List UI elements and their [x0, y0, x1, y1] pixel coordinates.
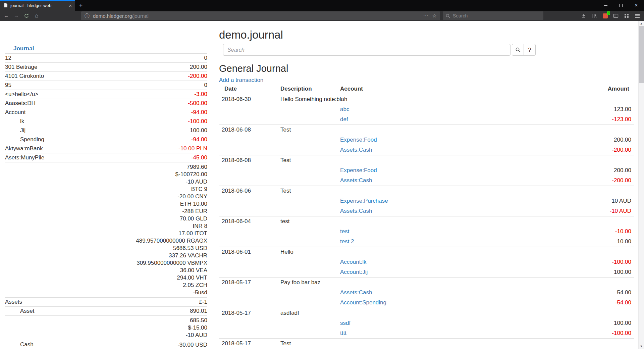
- bookmark-star-icon[interactable]: ☆: [432, 13, 437, 19]
- posting-account-link[interactable]: Expense:Food: [340, 167, 377, 173]
- sidebar-account-balance: -30.00 USD-117.00: [77, 340, 207, 349]
- window-close-button[interactable]: ×: [629, 0, 644, 11]
- sidebar-account-link[interactable]: 301 Beiträge: [5, 64, 37, 70]
- posting-account-link[interactable]: Account:Spending: [340, 299, 386, 306]
- downloads-button[interactable]: [579, 11, 588, 20]
- sidebar-account-link[interactable]: <u>hello</u>: [5, 91, 38, 97]
- sidebar-account-link[interactable]: Spending: [20, 136, 44, 143]
- back-button[interactable]: ←: [2, 11, 11, 20]
- sidebar-account-link[interactable]: Cash: [20, 341, 34, 348]
- sidebar-account-name: Assets: [5, 298, 77, 307]
- sidebar-account-link[interactable]: Asset: [20, 308, 35, 314]
- scrollbar-thumb[interactable]: [639, 26, 644, 83]
- posting-account-link[interactable]: abc: [340, 106, 349, 112]
- journal-nav-link[interactable]: Journal: [13, 45, 34, 52]
- posting-account-link[interactable]: ssdf: [340, 320, 351, 326]
- posting-account-link[interactable]: def: [340, 116, 348, 122]
- sidebar-accounts-body: 120301 Beiträge200.004101 Girokonto-200.…: [5, 54, 207, 349]
- search-help-button[interactable]: ?: [524, 44, 536, 56]
- search-submit-button[interactable]: [512, 44, 524, 56]
- site-info-icon[interactable]: ⓘ: [84, 13, 90, 19]
- posting-account-link[interactable]: Assets:Cash: [340, 289, 372, 296]
- apps-grid-button[interactable]: [622, 11, 631, 20]
- balance-amount: -3.00: [194, 91, 207, 97]
- sidebar-account-link[interactable]: Jij: [20, 127, 25, 134]
- sidebar-account-link[interactable]: 95: [5, 82, 11, 88]
- window-controls: ×: [598, 0, 644, 11]
- balance-amount: -30.00 USD: [77, 341, 207, 349]
- sidebar-account-link[interactable]: Asets:MunyPile: [5, 154, 44, 161]
- transaction-date: 2018-06-08: [219, 125, 278, 135]
- column-header-account: Account: [337, 84, 539, 94]
- posting-spacer: [219, 298, 337, 308]
- sidebar-account-link[interactable]: 4101 Girokonto: [5, 73, 44, 79]
- sidebar-account-balance: -200.00: [77, 72, 207, 81]
- posting-amount: 200.00: [539, 135, 634, 145]
- sidebar-account-balance: -100.00: [77, 117, 207, 126]
- extension-button[interactable]: 0: [600, 11, 610, 20]
- journal-header-row: Date Description Account Amount: [219, 84, 634, 94]
- forward-button[interactable]: →: [12, 11, 21, 20]
- balance-amount: 294.00 VHT: [77, 274, 207, 282]
- posting-amount: -10 AUD: [539, 206, 634, 216]
- window-minimize-button[interactable]: [598, 0, 613, 11]
- balance-amount: 2.05 ZCH: [77, 282, 207, 289]
- browser-tab[interactable]: journal - hledger-web ×: [0, 0, 75, 11]
- sidebar-account-row: Jij100.00: [5, 126, 207, 135]
- posting-account: Assets:Cash: [337, 206, 539, 216]
- sidebar-account-link[interactable]: Assets: [5, 299, 22, 305]
- transaction-description: Hello Something note:blah: [278, 94, 634, 105]
- sidebar-account-link[interactable]: Aaasets:DH: [5, 100, 36, 106]
- sidebar-account-link[interactable]: lk: [20, 118, 24, 124]
- url-bar[interactable]: ⓘ demo.hledger.org/journal ⋯ ☆: [81, 11, 440, 20]
- sidebar-account-link[interactable]: Account: [5, 109, 25, 115]
- balance-amount: -94.00: [191, 136, 207, 143]
- posting-spacer: [219, 288, 337, 298]
- vertical-scrollbar[interactable]: ▲ ▼: [638, 21, 644, 349]
- posting-account: Expense:Food: [337, 165, 539, 176]
- url-path: /journal: [132, 13, 149, 19]
- page-actions-icon[interactable]: ⋯: [423, 13, 429, 19]
- add-transaction-link[interactable]: Add a transaction: [219, 77, 263, 84]
- scrollbar-up-icon[interactable]: ▲: [639, 21, 644, 26]
- transaction-title-row: 2018-05-17Test: [219, 339, 634, 349]
- posting-account-link[interactable]: test 2: [340, 238, 354, 245]
- posting-account-link[interactable]: Expense:Food: [340, 137, 377, 143]
- tab-close-icon[interactable]: ×: [68, 3, 72, 8]
- posting-account-link[interactable]: tttt: [340, 330, 346, 336]
- journal-search-input[interactable]: [223, 44, 511, 56]
- window-maximize-button[interactable]: [613, 0, 629, 11]
- posting-spacer: [219, 227, 337, 237]
- transaction-title-row: 2018-06-06Test: [219, 186, 634, 196]
- menu-button[interactable]: [633, 11, 642, 20]
- transaction-title-row: 2018-06-08Test: [219, 125, 634, 135]
- balance-amount: BTC 9: [77, 186, 207, 193]
- column-header-description: Description: [278, 84, 337, 94]
- sidebar-account-link[interactable]: 12: [5, 55, 11, 61]
- posting-account-link[interactable]: Assets:Cash: [340, 177, 372, 184]
- posting-account-link[interactable]: Expense:Purchase: [340, 198, 388, 204]
- sidebar-account-name: Spending: [5, 135, 77, 144]
- posting-account-link[interactable]: Assets:Cash: [340, 147, 372, 153]
- toolbar-search-field[interactable]: Search: [443, 11, 543, 20]
- scrollbar-down-icon[interactable]: ▼: [639, 344, 644, 349]
- posting-account: Account:Jij: [337, 267, 539, 278]
- posting-account-link[interactable]: Assets:Cash: [340, 208, 372, 214]
- balance-amount: 309.950000000000 VBMPX: [77, 259, 207, 267]
- sidebars-toggle-button[interactable]: [611, 11, 621, 20]
- posting-account-link[interactable]: test: [340, 228, 349, 235]
- transaction-date: 2018-05-17: [219, 278, 278, 288]
- transaction-description: Hello: [278, 247, 634, 257]
- new-tab-button[interactable]: +: [75, 0, 87, 11]
- posting-account-link[interactable]: Account:Jij: [340, 269, 368, 275]
- library-button[interactable]: [590, 11, 599, 20]
- reload-button[interactable]: [22, 11, 31, 20]
- balance-amount: -94.00: [191, 109, 207, 115]
- posting-account-link[interactable]: Account:lk: [340, 259, 366, 265]
- minimize-icon: [604, 5, 607, 6]
- home-button[interactable]: ⌂: [32, 11, 41, 20]
- transaction-description: Test: [278, 125, 634, 135]
- sidebar-account-balance: -94.00: [77, 108, 207, 117]
- sidebar-account-link[interactable]: Aktywa:mBank: [5, 145, 43, 152]
- balance-amount: -45.00: [191, 154, 207, 161]
